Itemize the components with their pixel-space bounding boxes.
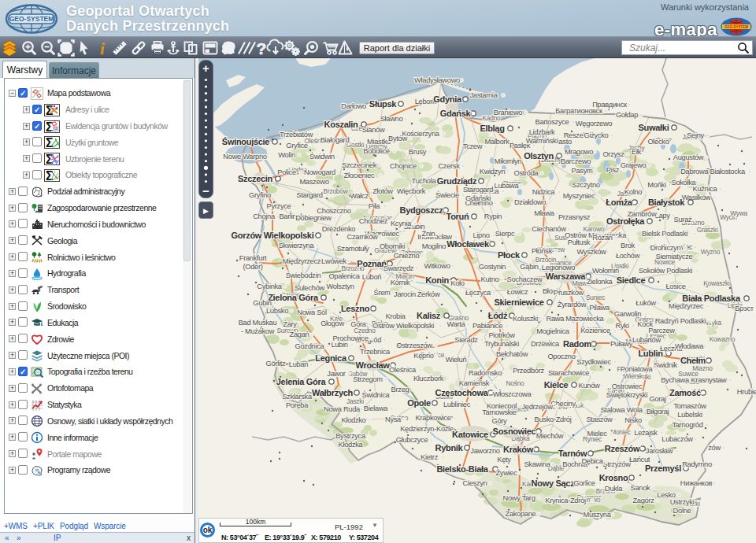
svg-text:Gołdap: Gołdap bbox=[616, 111, 638, 119]
svg-text:Czersk: Czersk bbox=[438, 162, 460, 170]
svg-text:Police: Police bbox=[277, 168, 296, 176]
svg-text:Zambrów: Zambrów bbox=[628, 210, 657, 218]
svg-text:Trzebiatów: Trzebiatów bbox=[280, 131, 313, 139]
svg-text:Drezdenko: Drezdenko bbox=[322, 225, 355, 233]
svg-text:Warmiński: Warmiński bbox=[526, 137, 558, 145]
svg-text:Przemyśl: Przemyśl bbox=[645, 464, 681, 473]
svg-text:Witkowo: Witkowo bbox=[424, 262, 450, 270]
svg-text:Orzysz: Orzysz bbox=[602, 150, 624, 158]
svg-text:Sanok: Sanok bbox=[631, 484, 651, 492]
svg-text:Bad Muskau: Bad Muskau bbox=[239, 319, 277, 327]
svg-text:Kozienice: Kozienice bbox=[580, 327, 610, 334]
svg-text:?: ? bbox=[257, 39, 267, 57]
svg-text:(Oder): (Oder) bbox=[243, 263, 262, 271]
svg-text:Bobolice: Bobolice bbox=[363, 147, 389, 155]
svg-text:Żagań: Żagań bbox=[290, 331, 309, 338]
svg-text:Parczew: Parczew bbox=[648, 327, 675, 334]
svg-text:Mielec: Mielec bbox=[587, 430, 607, 438]
svg-text:Płońsk: Płońsk bbox=[532, 247, 553, 255]
svg-text:Szklarska: Szklarska bbox=[282, 393, 313, 401]
svg-text:Lubsko: Lubsko bbox=[266, 307, 288, 315]
svg-text:Elbląg: Elbląg bbox=[480, 124, 504, 133]
svg-text:Jarosław: Jarosław bbox=[646, 447, 673, 455]
svg-text:Sosnowiec: Sosnowiec bbox=[493, 427, 536, 436]
svg-text:Tczew: Tczew bbox=[463, 142, 483, 150]
svg-text:Tarnogród: Tarnogród bbox=[672, 421, 702, 429]
svg-text:Muszyna: Muszyna bbox=[583, 511, 611, 519]
svg-text:Nowa Sól: Nowa Sól bbox=[297, 308, 327, 316]
svg-text:Przedbórz: Przedbórz bbox=[513, 367, 544, 375]
svg-text:Dębica: Dębica bbox=[581, 457, 603, 465]
svg-text:Ostrów Wielkopolski: Ostrów Wielkopolski bbox=[372, 322, 434, 330]
svg-text:Swarzędz: Swarzędz bbox=[384, 264, 414, 272]
svg-text:Jastarnia: Jastarnia bbox=[469, 91, 498, 99]
svg-text:Sochaczew: Sochaczew bbox=[507, 275, 543, 283]
svg-text:Ustrzyki: Ustrzyki bbox=[670, 498, 695, 506]
svg-text:Frankfurt: Frankfurt bbox=[239, 254, 267, 262]
svg-text:Gryfino: Gryfino bbox=[249, 191, 271, 199]
svg-text:Chełm: Chełm bbox=[680, 356, 706, 365]
svg-text:Hrubiesz: Hrubiesz bbox=[737, 388, 756, 396]
svg-text:Konin: Konin bbox=[425, 275, 449, 285]
svg-text:Grajewo: Grajewo bbox=[621, 161, 647, 169]
svg-text:Gorlice: Gorlice bbox=[573, 479, 595, 487]
svg-text:Krasnystaw: Krasnystaw bbox=[691, 376, 727, 384]
svg-text:Kcynia: Kcynia bbox=[391, 220, 412, 227]
svg-text:Nowe Warpno: Nowe Warpno bbox=[223, 153, 266, 161]
svg-text:Mońki: Mońki bbox=[647, 181, 666, 189]
svg-text:Ciechanów: Ciechanów bbox=[532, 225, 566, 233]
svg-text:Władysławowo: Władysławowo bbox=[414, 76, 460, 84]
svg-text:Gąbin: Gąbin bbox=[520, 263, 538, 271]
svg-text:Koszalin: Koszalin bbox=[324, 120, 358, 129]
svg-text:Mogielnica: Mogielnica bbox=[536, 327, 570, 335]
svg-text:Żywiec: Żywiec bbox=[495, 469, 517, 477]
svg-text:Łochów: Łochów bbox=[616, 252, 640, 260]
svg-text:Sejny: Sejny bbox=[687, 131, 704, 139]
svg-text:Szydłowiec: Szydłowiec bbox=[576, 358, 611, 366]
svg-text:Dąbrowa Białostocka: Dąbrowa Białostocka bbox=[680, 168, 746, 175]
svg-text:Nośno: Nośno bbox=[506, 379, 525, 387]
svg-text:Luboń: Luboń bbox=[362, 273, 381, 281]
svg-text:Tuchola: Tuchola bbox=[412, 177, 437, 185]
svg-text:Śrem: Śrem bbox=[373, 288, 391, 297]
svg-text:Wyzno: Wyzno bbox=[701, 248, 721, 256]
svg-text:Rybnik: Rybnik bbox=[435, 443, 464, 452]
svg-text:Wrocław: Wrocław bbox=[356, 360, 391, 370]
svg-text:Graszki: Graszki bbox=[697, 226, 718, 234]
svg-text:Kowaszki: Kowaszki bbox=[703, 279, 730, 287]
svg-text:Malbork: Malbork bbox=[485, 138, 510, 146]
svg-text:Zamość: Zamość bbox=[669, 388, 701, 397]
svg-text:- Mużakow: - Mużakow bbox=[241, 327, 275, 335]
svg-text:Krosno: Krosno bbox=[599, 473, 628, 482]
svg-text:Jarocin: Jarocin bbox=[394, 290, 416, 298]
svg-text:Szczytno: Szczytno bbox=[572, 181, 599, 189]
svg-text:Stargard: Stargard bbox=[296, 191, 322, 199]
svg-text:Czarnków: Czarnków bbox=[347, 233, 379, 241]
svg-text:Busko-Zdrój: Busko-Zdrój bbox=[535, 416, 572, 423]
svg-text:Bydgoszcz: Bydgoszcz bbox=[400, 205, 444, 215]
svg-text:Koło: Koło bbox=[450, 279, 465, 287]
svg-text:Góra: Góra bbox=[350, 320, 367, 328]
svg-text:Lubelski: Lubelski bbox=[677, 411, 702, 419]
svg-text:Dolne: Dolne bbox=[673, 507, 691, 515]
svg-text:Miechów: Miechów bbox=[536, 432, 564, 440]
svg-text:Брэст: Брэст bbox=[735, 305, 754, 312]
svg-text:Brzeg: Brzeg bbox=[391, 386, 410, 393]
svg-text:Chojna: Chojna bbox=[253, 212, 276, 220]
svg-text:GEO-SYSTEM: GEO-SYSTEM bbox=[724, 25, 748, 29]
svg-text:Starachowice: Starachowice bbox=[548, 369, 589, 377]
svg-text:Chojnice: Chojnice bbox=[390, 162, 417, 170]
svg-text:Jelenia Góra: Jelenia Góra bbox=[276, 377, 327, 386]
svg-text:Suwałki: Suwałki bbox=[639, 123, 669, 132]
svg-text:Żnin: Żnin bbox=[422, 230, 435, 238]
svg-text:Poręba: Poręba bbox=[286, 401, 309, 409]
svg-text:Jędrzejów: Jędrzejów bbox=[521, 403, 553, 411]
svg-text:Przasnysz: Przasnysz bbox=[558, 213, 591, 221]
svg-text:Wołomin: Wołomin bbox=[592, 267, 619, 275]
svg-text:Wasilków: Wasilków bbox=[682, 194, 711, 201]
svg-text:Myszyniec: Myszyniec bbox=[563, 192, 595, 200]
svg-text:Świdwin: Świdwin bbox=[309, 152, 335, 161]
svg-text:Włoszczowa: Włoszczowa bbox=[493, 390, 532, 398]
svg-text:Chodzież: Chodzież bbox=[359, 217, 388, 225]
svg-text:Sławno: Sławno bbox=[380, 115, 403, 123]
